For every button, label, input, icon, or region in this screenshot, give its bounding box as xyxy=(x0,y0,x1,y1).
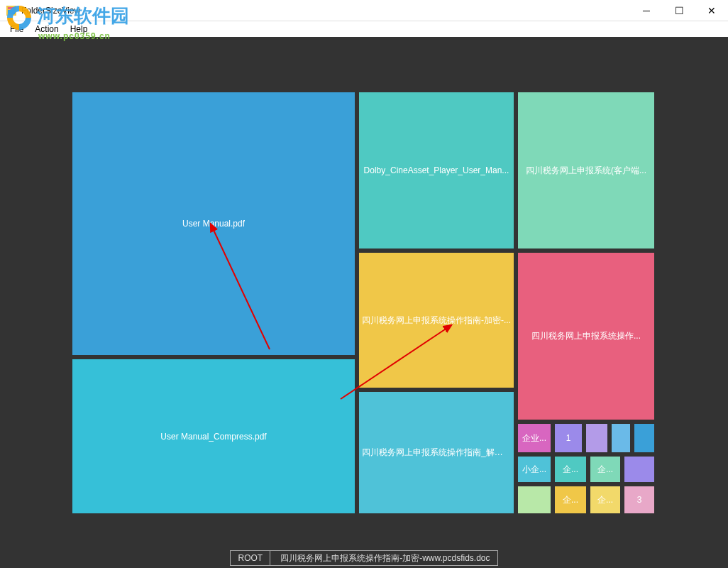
menubar: File Action Help xyxy=(0,21,728,37)
treemap-tile[interactable]: Dolby_CineAsset_Player_User_Man... xyxy=(359,92,514,248)
treemap-tile[interactable]: 企业... xyxy=(518,424,551,452)
treemap-tile[interactable] xyxy=(634,424,654,452)
treemap-tile[interactable]: User Manual.pdf xyxy=(72,92,355,355)
treemap-tile[interactable]: 企... xyxy=(590,486,620,513)
treemap-tile-label: 3 xyxy=(637,495,642,505)
treemap: User Manual.pdfUser Manual_Compress.pdfD… xyxy=(72,92,654,514)
window-titlebar: FolderSizeView ─ ☐ ✕ xyxy=(0,0,728,21)
treemap-tile-label: 企... xyxy=(563,464,578,476)
breadcrumb-root[interactable]: ROOT xyxy=(230,550,270,566)
svg-rect-2 xyxy=(8,10,15,14)
treemap-tile-label: 四川税务网上申报系统操作指南_解密_... xyxy=(362,447,511,459)
window-title: FolderSizeView xyxy=(21,6,630,16)
treemap-tile[interactable]: 四川税务网上申报系统操作指南_解密_... xyxy=(359,392,514,513)
treemap-tile[interactable]: 3 xyxy=(624,486,654,513)
breadcrumb-bar: ROOT 四川税务网上申报系统操作指南-加密-www.pcdsfids.doc xyxy=(0,548,728,568)
treemap-tile[interactable] xyxy=(624,457,654,482)
client-area: User Manual.pdfUser Manual_Compress.pdfD… xyxy=(0,37,728,568)
treemap-tile-label: 四川税务网上申报系统操作... xyxy=(531,330,641,342)
minimize-button[interactable]: ─ xyxy=(630,0,663,21)
treemap-tile-label: 小企... xyxy=(522,464,546,476)
treemap-tile-label: 企业... xyxy=(522,432,546,444)
maximize-button[interactable]: ☐ xyxy=(663,0,695,21)
treemap-tile[interactable]: 小企... xyxy=(518,457,551,482)
breadcrumb-current[interactable]: 四川税务网上申报系统操作指南-加密-www.pcdsfids.doc xyxy=(270,550,497,566)
treemap-tile[interactable]: 四川税务网上申报系统(客户端... xyxy=(518,92,654,248)
treemap-tile-label: 四川税务网上申报系统(客户端... xyxy=(526,165,646,177)
treemap-tile-label: 企... xyxy=(597,494,613,506)
window-controls: ─ ☐ ✕ xyxy=(630,0,728,21)
treemap-tile-label: Dolby_CineAsset_Player_User_Man... xyxy=(364,165,509,175)
app-icon xyxy=(6,5,17,16)
close-button[interactable]: ✕ xyxy=(695,0,728,21)
treemap-tile-label: User Manual_Compress.pdf xyxy=(160,432,266,442)
treemap-tile-label: 企... xyxy=(563,494,578,506)
treemap-tile[interactable] xyxy=(612,424,630,452)
treemap-tile[interactable]: 企... xyxy=(590,457,620,482)
menu-help[interactable]: Help xyxy=(65,23,94,36)
menu-file[interactable]: File xyxy=(4,23,29,36)
breadcrumb-current-label: 四川税务网上申报系统操作指南-加密-www.pcdsfids.doc xyxy=(280,552,490,564)
treemap-tile[interactable]: User Manual_Compress.pdf xyxy=(72,359,355,513)
treemap-tile[interactable]: 四川税务网上申报系统操作... xyxy=(518,253,654,420)
treemap-tile-label: 1 xyxy=(566,433,571,443)
treemap-tile[interactable]: 1 xyxy=(555,424,582,452)
treemap-tile[interactable]: 企... xyxy=(555,486,586,513)
treemap-tile[interactable]: 四川税务网上申报系统操作指南-加密-... xyxy=(359,253,514,388)
treemap-tile-label: 企... xyxy=(597,464,613,476)
treemap-tile[interactable]: 企... xyxy=(555,457,586,482)
menu-action[interactable]: Action xyxy=(29,23,64,36)
treemap-tile-label: User Manual.pdf xyxy=(182,219,245,229)
svg-rect-1 xyxy=(8,7,15,9)
breadcrumb-root-label: ROOT xyxy=(238,553,263,563)
treemap-tile[interactable] xyxy=(586,424,607,452)
treemap-tile-label: 四川税务网上申报系统操作指南-加密-... xyxy=(362,315,511,327)
treemap-tile[interactable] xyxy=(518,486,551,513)
